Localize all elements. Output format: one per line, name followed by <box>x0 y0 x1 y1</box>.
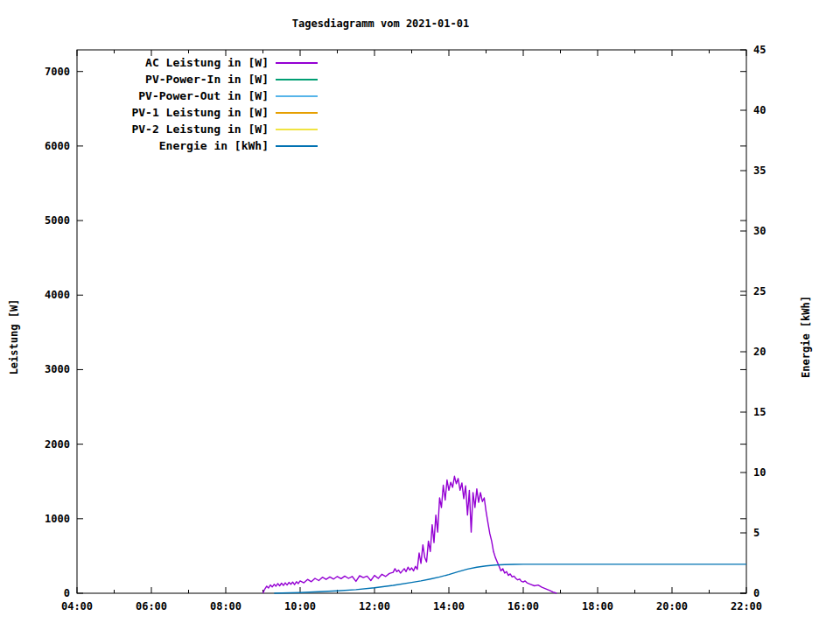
y2-tick-label: 15 <box>753 406 766 418</box>
gnuplot-daily-chart-page: { "title": "Tagesdiagramm vom 2021-01-01… <box>0 0 840 630</box>
y1-tick-label: 0 <box>64 587 70 599</box>
legend-line-sample-energie <box>276 145 318 147</box>
legend-item-energie: Energie in [kWh] <box>75 137 318 154</box>
y1-tick-label: 6000 <box>45 140 70 152</box>
y2-tick-label: 20 <box>753 346 766 358</box>
y2-tick-label: 25 <box>753 285 766 298</box>
y2-tick-label: 0 <box>753 587 760 599</box>
x-tick-label: 18:00 <box>582 600 613 612</box>
legend-item-pv-power-out: PV-Power-Out in [W] <box>75 88 318 104</box>
legend-label-pv1-leistung: PV-1 Leistung in [W] <box>75 106 269 119</box>
legend-label-ac-leistung: AC Leistung in [W] <box>75 56 269 69</box>
legend-line-sample-pv-power-in <box>276 79 318 80</box>
x-tick-label: 20:00 <box>656 600 688 612</box>
y2-tick-label: 30 <box>753 225 766 237</box>
legend-line-sample-ac-leistung <box>276 62 318 64</box>
legend-item-pv-power-in: PV-Power-In in [W] <box>75 71 318 88</box>
y2-tick-label: 5 <box>753 527 760 539</box>
y2-tick-label: 45 <box>753 44 766 56</box>
legend-line-sample-pv1-leistung <box>276 112 318 114</box>
x-tick-label: 10:00 <box>284 600 316 612</box>
y2-tick-label: 10 <box>753 466 766 479</box>
y1-tick-label: 4000 <box>45 289 70 301</box>
legend-label-pv2-leistung: PV-2 Leistung in [W] <box>75 122 269 136</box>
series-line-energie <box>274 564 746 593</box>
legend-line-sample-pv-power-out <box>276 95 318 97</box>
x-tick-label: 04:00 <box>61 600 93 612</box>
x-tick-label: 06:00 <box>136 600 167 612</box>
y2-tick-label: 35 <box>753 164 766 177</box>
legend-item-pv2-leistung: PV-2 Leistung in [W] <box>75 121 318 137</box>
series-line-ac-leistung <box>263 476 557 593</box>
x-tick-label: 14:00 <box>433 600 465 612</box>
legend-item-ac-leistung: AC Leistung in [W] <box>75 54 318 71</box>
x-tick-label: 12:00 <box>359 600 390 612</box>
legend-label-energie: Energie in [kWh] <box>75 139 269 152</box>
x-tick-label: 16:00 <box>508 600 539 612</box>
y1-tick-label: 3000 <box>45 363 70 375</box>
y2-tick-label: 40 <box>753 104 766 116</box>
y1-tick-label: 1000 <box>45 513 70 525</box>
y1-tick-label: 7000 <box>45 66 70 78</box>
x-tick-label: 08:00 <box>210 600 242 612</box>
legend-label-pv-power-out: PV-Power-Out in [W] <box>75 89 269 102</box>
y1-tick-label: 2000 <box>45 438 70 451</box>
legend-item-pv1-leistung: PV-1 Leistung in [W] <box>75 104 318 121</box>
legend: AC Leistung in [W]PV-Power-In in [W]PV-P… <box>75 54 318 154</box>
x-tick-label: 22:00 <box>731 600 762 612</box>
y1-tick-label: 5000 <box>45 214 70 227</box>
legend-line-sample-pv2-leistung <box>276 129 318 130</box>
legend-label-pv-power-in: PV-Power-In in [W] <box>75 73 269 86</box>
